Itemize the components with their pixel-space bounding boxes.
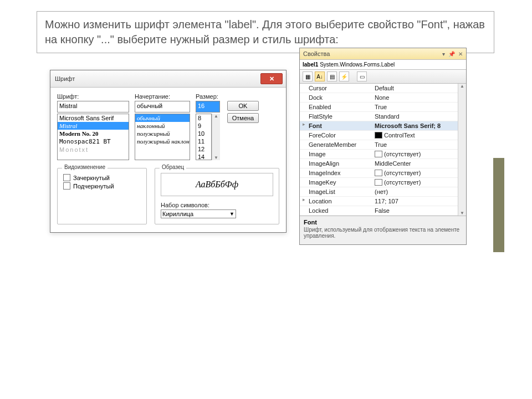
property-row[interactable]: Image(отсутствует) <box>300 150 458 159</box>
list-item[interactable]: 10 <box>196 130 211 137</box>
chevron-down-icon: ▼ <box>214 155 218 160</box>
scrollbar[interactable]: ▲▼ <box>212 114 220 160</box>
expander-icon[interactable]: ▸ <box>300 197 308 206</box>
list-item[interactable]: 12 <box>196 145 211 153</box>
property-row[interactable]: ImageIndex(отсутствует) <box>300 168 458 178</box>
property-row[interactable]: ImageList(нет) <box>300 187 458 197</box>
style-listbox[interactable]: обычный наклонный полужирный полужирный … <box>135 114 190 160</box>
dropdown-icon[interactable]: ▾ <box>442 51 445 57</box>
font-input[interactable]: Mistral <box>57 101 129 112</box>
alphabetical-button[interactable]: A↓ <box>315 71 325 81</box>
list-item[interactable]: 9 <box>196 122 211 130</box>
close-button[interactable]: ✕ <box>260 73 283 84</box>
expander-icon[interactable] <box>300 206 308 215</box>
property-row[interactable]: ImageAlignMiddleCenter <box>300 159 458 168</box>
expander-icon[interactable] <box>300 187 308 196</box>
property-value[interactable]: 117; 107 <box>374 197 458 206</box>
size-listbox[interactable]: 8 9 10 11 12 14 16 <box>196 114 212 160</box>
ok-button[interactable]: OK <box>227 101 259 111</box>
expander-icon[interactable] <box>300 178 308 187</box>
size-input[interactable]: 16 <box>196 101 220 112</box>
property-value[interactable]: False <box>374 206 458 215</box>
property-value[interactable]: (нет) <box>374 187 458 196</box>
style-input[interactable]: обычный <box>135 101 190 112</box>
font-listbox[interactable]: Microsoft Sans Serif Mistral Modern No. … <box>57 114 129 160</box>
property-value[interactable]: Standard <box>374 112 458 121</box>
list-item[interactable]: 11 <box>196 137 211 145</box>
list-item[interactable]: обычный <box>135 114 190 122</box>
property-row[interactable]: ForeColorControlText <box>300 131 458 140</box>
expander-icon[interactable] <box>300 159 308 168</box>
cancel-button[interactable]: Отмена <box>227 113 259 123</box>
property-row[interactable]: CursorDefault <box>300 84 458 93</box>
property-row[interactable]: GenerateMemberTrue <box>300 140 458 150</box>
expander-icon[interactable] <box>300 168 308 177</box>
property-value[interactable]: None <box>374 93 458 102</box>
effects-group: Видоизменение Зачеркнутый Подчеркнутый <box>57 168 147 224</box>
property-grid[interactable]: CursorDefaultDockNoneEnabledTrueFlatStyl… <box>300 84 458 216</box>
properties-button[interactable]: ▤ <box>327 71 337 81</box>
list-item[interactable]: 14 <box>196 153 211 160</box>
property-row[interactable]: ImageKey(отсутствует) <box>300 178 458 187</box>
panel-header[interactable]: Свойства ▾ 📌 ✕ <box>300 48 466 60</box>
font-label: Шрифт: <box>57 93 129 100</box>
categorized-button[interactable]: ▦ <box>303 71 313 81</box>
pin-icon[interactable]: 📌 <box>448 51 455 57</box>
property-row[interactable]: EnabledTrue <box>300 103 458 112</box>
scrollbar[interactable]: ▲▼ <box>458 84 466 216</box>
titlebar[interactable]: Шрифт ✕ <box>50 70 286 88</box>
list-item[interactable]: Mistral <box>58 122 129 130</box>
property-row[interactable]: ▸Location117; 107 <box>300 197 458 206</box>
desc-name: Font <box>304 219 462 226</box>
expander-icon[interactable] <box>300 93 308 102</box>
underline-checkbox[interactable]: Подчеркнутый <box>63 182 141 190</box>
property-row[interactable]: ▸FontMicrosoft Sans Serif; 8 <box>300 121 458 131</box>
property-name: FlatStyle <box>308 112 374 121</box>
list-item[interactable]: Monospac821 BT <box>58 137 129 146</box>
property-name: Image <box>308 150 374 158</box>
script-label: Набор символов: <box>161 202 209 208</box>
list-item[interactable]: 8 <box>196 114 211 122</box>
property-row[interactable]: LockedFalse <box>300 206 458 216</box>
property-value[interactable]: Default <box>374 84 458 93</box>
expander-icon[interactable] <box>300 140 308 149</box>
list-item[interactable]: полужирный <box>135 130 190 137</box>
expander-icon[interactable] <box>300 103 308 111</box>
property-value[interactable]: ControlText <box>374 131 458 140</box>
property-value[interactable]: True <box>374 103 458 111</box>
close-icon[interactable]: ✕ <box>458 51 463 57</box>
toolbar: ▦ A↓ ▤ ⚡ ▭ <box>300 70 466 84</box>
list-item[interactable]: Modern No. 20 <box>58 130 129 137</box>
expander-icon[interactable] <box>300 131 308 140</box>
property-value[interactable]: MiddleCenter <box>374 159 458 168</box>
sample-caption: Образец <box>160 164 186 170</box>
property-row[interactable]: FlatStyleStandard <box>300 112 458 121</box>
property-value[interactable]: Microsoft Sans Serif; 8 <box>374 121 458 130</box>
script-combo[interactable]: Кириллица ▼ <box>161 209 236 218</box>
size-label: Размер: <box>196 93 220 100</box>
object-selector[interactable]: label1 System.Windows.Forms.Label <box>300 60 466 70</box>
color-swatch <box>375 151 382 157</box>
property-row[interactable]: DockNone <box>300 93 458 103</box>
expander-icon[interactable] <box>300 84 308 93</box>
expander-icon[interactable] <box>300 150 308 158</box>
property-value[interactable]: (отсутствует) <box>374 178 458 187</box>
property-value[interactable]: (отсутствует) <box>374 168 458 177</box>
property-name: Font <box>308 121 374 130</box>
description-area: Font Шрифт, используемый для отображения… <box>300 216 466 244</box>
expander-icon[interactable]: ▸ <box>300 121 308 130</box>
style-label: Начертание: <box>135 93 190 100</box>
list-item[interactable]: наклонный <box>135 122 190 130</box>
list-item[interactable]: Monotxt <box>58 146 129 154</box>
property-value[interactable]: True <box>374 140 458 149</box>
sample-group: Образец АаВбБбФф Набор символов: Кирилли… <box>155 168 279 224</box>
properties-panel: Свойства ▾ 📌 ✕ label1 System.Windows.For… <box>299 48 467 245</box>
property-pages-button[interactable]: ▭ <box>357 71 367 81</box>
strikeout-checkbox[interactable]: Зачеркнутый <box>63 174 141 181</box>
close-icon: ✕ <box>269 75 274 83</box>
list-item[interactable]: Microsoft Sans Serif <box>58 114 129 122</box>
property-value[interactable]: (отсутствует) <box>374 150 458 158</box>
events-button[interactable]: ⚡ <box>339 71 349 81</box>
expander-icon[interactable] <box>300 112 308 121</box>
list-item[interactable]: полужирный наклонный <box>135 137 190 145</box>
